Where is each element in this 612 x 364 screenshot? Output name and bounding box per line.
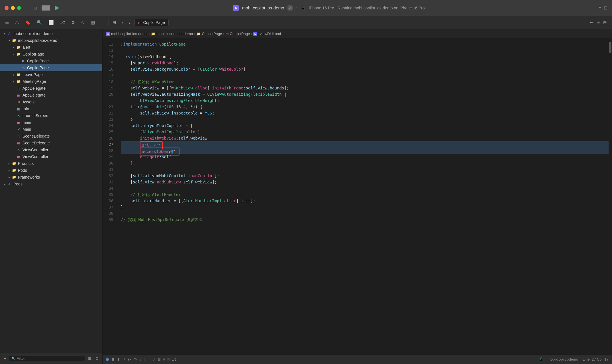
run-icon[interactable]: [55, 5, 59, 11]
run-config-icon[interactable]: ⚙: [70, 19, 77, 26]
line-numbers: 12 13 14 15 16 17 18 19 20 21 22 23 24 2…: [103, 39, 116, 354]
bc-subfolder[interactable]: 📁 CopilotPage: [196, 32, 222, 36]
sidebar-item-leavepage[interactable]: 📁 LeavePage: [0, 71, 102, 78]
status-right: 📱 mobi-copilot-demo Line: 27 Col: 17: [538, 357, 609, 361]
status-source-icon[interactable]: ⎘: [168, 357, 170, 361]
code-line-35: // 初始化 AlertHandler: [121, 191, 609, 198]
folder-icon: 📁: [16, 79, 21, 84]
sidebar-item-main-m[interactable]: m main: [0, 119, 102, 126]
sidebar-item-scenedelegate-h[interactable]: h SceneDelegate: [0, 133, 102, 140]
stop-icon[interactable]: [42, 5, 50, 11]
sidebar-item-copilotpage-m[interactable]: m CopilotPage: [0, 64, 102, 71]
line-num: 29: [103, 154, 116, 160]
line-num: 21: [103, 104, 116, 110]
status-share-icon[interactable]: ⤴: [153, 357, 155, 361]
code-line-13: [121, 47, 609, 54]
sidebar-item-group1[interactable]: 📁 mobi-copilot-ios-demo: [0, 37, 102, 44]
recent-icon[interactable]: ⊡: [94, 355, 100, 361]
info-icon: ▦: [16, 106, 21, 111]
sidebar-item-assets[interactable]: ⊞ Assets: [0, 99, 102, 105]
sidebar-item-pods-root[interactable]: A Pods: [0, 181, 102, 187]
sidebar-item-launchscreen[interactable]: ✕ LaunchScreen: [0, 112, 102, 119]
nav-forward-icon[interactable]: ›: [127, 19, 132, 26]
line-num: 22: [103, 110, 116, 116]
minimize-button[interactable]: [11, 6, 15, 10]
sidebar-item-scenedelegate-m[interactable]: m SceneDelegate: [0, 140, 102, 146]
sidebar-item-root[interactable]: A mobi-copilot-ios-demo: [0, 30, 102, 37]
sidebar-item-info[interactable]: ▦ Info: [0, 105, 102, 112]
find-icon[interactable]: 🔍: [35, 19, 44, 26]
bc-folder-icon: 📁: [196, 32, 201, 36]
close-button[interactable]: [5, 6, 9, 10]
status-continue-icon[interactable]: ⏭: [128, 357, 132, 361]
status-grid2-icon[interactable]: ⊞: [158, 357, 161, 361]
hierarchy-view-icon[interactable]: ⊞: [86, 355, 92, 361]
code-content[interactable]: @implementation CopilotPage - (void)view…: [116, 39, 609, 354]
active-tab[interactable]: m CopilotPage: [134, 19, 169, 26]
add-tab-icon[interactable]: +: [598, 5, 601, 11]
filter-search-icon: 🔍: [11, 357, 16, 361]
sidebar-item-meetingpage[interactable]: 📁 MeetingPage: [0, 78, 102, 85]
sidebar-item-alert[interactable]: 📁 alert: [0, 44, 102, 51]
status-step-out-icon[interactable]: ↑: [144, 357, 146, 361]
bookmark-icon[interactable]: 🔖: [23, 19, 32, 26]
status-link-icon[interactable]: ⎗: [163, 357, 165, 361]
m-file-icon: m: [16, 154, 21, 159]
sidebar-item-frameworks[interactable]: 📁 Frameworks: [0, 174, 102, 181]
sidebar-item-pods-folder[interactable]: 📁 Pods: [0, 167, 102, 174]
shapes-icon[interactable]: ◇: [79, 19, 86, 26]
sidebar-toggle-icon[interactable]: ⊟: [34, 6, 37, 10]
m-file-icon: m: [16, 120, 21, 125]
code-line-22: self.webView.inspectable = YES;: [121, 110, 609, 116]
sidebar-item-appdelegate-h[interactable]: h AppDelegate: [0, 85, 102, 92]
status-step-up-icon[interactable]: ⬆: [117, 357, 120, 361]
folder-icon: 📁: [16, 72, 21, 77]
bc-method[interactable]: M -viewDidLoad: [253, 32, 281, 36]
code-line-14: - (void)viewDidLoad {: [121, 54, 609, 60]
branch-icon[interactable]: ⎇: [287, 5, 293, 11]
sidebar-item-copilotpage-folder[interactable]: 📁 CopilotPage: [0, 51, 102, 58]
editor-scrollbar[interactable]: [609, 39, 612, 354]
sidebar-item-products[interactable]: 📁 Products: [0, 160, 102, 167]
tree-label: Pods: [18, 168, 100, 173]
folder-icon: 📁: [11, 161, 17, 166]
code-line-31: [121, 166, 609, 173]
sidebar-item-main-x[interactable]: ✕ Main: [0, 126, 102, 133]
grid-icon[interactable]: ▦: [89, 19, 97, 26]
nav-back-icon[interactable]: ‹: [120, 19, 125, 26]
sidebar-item-copilotpage-h[interactable]: h CopilotPage: [0, 58, 102, 64]
diff-icon[interactable]: ⬜: [47, 19, 56, 26]
bc-file[interactable]: m CopilotPage: [226, 32, 250, 36]
status-branch-icon[interactable]: ⎇: [172, 357, 176, 361]
source-control-icon[interactable]: ⎇: [58, 19, 67, 26]
layout-icon[interactable]: ⊡: [604, 5, 607, 11]
status-step-over-icon[interactable]: ↷: [134, 357, 137, 361]
fullscreen-button[interactable]: [17, 6, 21, 10]
status-step-into-icon[interactable]: ↓: [139, 357, 141, 361]
inspector-icon[interactable]: ⊟: [601, 19, 609, 26]
filter-input[interactable]: [17, 356, 82, 361]
lines-icon[interactable]: ≡: [595, 19, 601, 26]
code-line-19: self.webView = [[WKWebView alloc] initWi…: [121, 85, 609, 91]
grid-view-icon[interactable]: ⊞: [111, 19, 118, 26]
tab-type-icon: m: [138, 20, 142, 24]
line-num: 32: [103, 173, 116, 179]
code-line-25: [AliyunMobiCopilot alloc]: [121, 129, 609, 135]
line-num: 23: [103, 116, 116, 122]
sidebar-item-viewcontroller-m[interactable]: m ViewController: [0, 153, 102, 160]
sidebar-item-viewcontroller-h[interactable]: h ViewController: [0, 146, 102, 153]
status-step-down-icon[interactable]: ⬇: [123, 357, 126, 361]
status-pause-icon[interactable]: ⏸: [111, 357, 115, 361]
show-navigator-icon[interactable]: ☰: [3, 19, 11, 26]
code-line-38: [121, 210, 609, 216]
bc-group[interactable]: 📁 mobi-copilot-ios-demo: [151, 32, 193, 36]
warning-icon[interactable]: ⚠: [13, 19, 21, 26]
secondary-toolbar: ☰ ⚠ 🔖 🔍 ⬜ ⎇ ⚙ ◇ ▦ ⊞ ‹ › m CopilotPage ↩ …: [0, 16, 612, 29]
add-file-button[interactable]: +: [2, 355, 7, 361]
line-num: 12: [103, 41, 116, 47]
sidebar-item-appdelegate-m[interactable]: m AppDelegate: [0, 92, 102, 99]
tree-label: CopilotPage: [27, 59, 100, 63]
return-icon[interactable]: ↩: [588, 19, 595, 26]
bc-project[interactable]: A mobi-copilot-ios-demo: [106, 32, 148, 36]
sidebar: A mobi-copilot-ios-demo 📁 mobi-copilot-i…: [0, 29, 103, 364]
